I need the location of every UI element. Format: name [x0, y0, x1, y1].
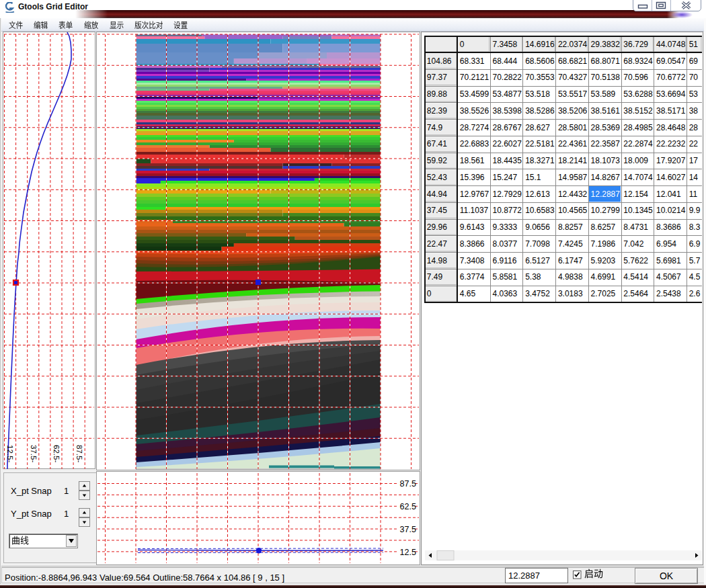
svg-text:38.5398: 38.5398	[492, 106, 522, 115]
svg-text:28.627: 28.627	[525, 122, 550, 132]
svg-text:53.589: 53.589	[590, 89, 615, 99]
svg-text:68.331: 68.331	[459, 56, 484, 65]
svg-text:52.43: 52.43	[426, 172, 446, 181]
svg-text:6.1747: 6.1747	[557, 255, 582, 265]
svg-text:18.1073: 18.1073	[590, 156, 620, 165]
svg-text:9.0656: 9.0656	[525, 222, 550, 232]
svg-text:14.7074: 14.7074	[623, 172, 653, 181]
svg-text:70.3553: 70.3553	[525, 73, 555, 82]
svg-text:7.4245: 7.4245	[557, 239, 582, 248]
svg-text:14.98: 14.98	[426, 255, 446, 265]
svg-text:29.3832: 29.3832	[590, 39, 620, 48]
svg-text:38.5161: 38.5161	[590, 106, 620, 115]
svg-text:28.7274: 28.7274	[459, 122, 489, 132]
svg-text:3.4752: 3.4752	[525, 289, 550, 298]
svg-text:4.5067: 4.5067	[656, 272, 681, 282]
svg-text:37.45: 37.45	[426, 206, 446, 215]
svg-text:10.0214: 10.0214	[656, 206, 686, 215]
svg-text:38: 38	[689, 106, 698, 115]
svg-text:12.154: 12.154	[623, 189, 648, 198]
svg-text:8.0377: 8.0377	[492, 239, 517, 248]
svg-text:18.2141: 18.2141	[557, 156, 587, 165]
svg-text:9.6143: 9.6143	[459, 222, 484, 232]
svg-text:38.5526: 38.5526	[459, 106, 489, 115]
svg-text:12.4432: 12.4432	[557, 189, 587, 198]
svg-text:7.3408: 7.3408	[459, 255, 484, 265]
svg-text:6.9116: 6.9116	[492, 255, 516, 265]
svg-text:70.2822: 70.2822	[492, 73, 522, 82]
svg-text:70.596: 70.596	[623, 73, 648, 82]
svg-text:0: 0	[459, 39, 464, 48]
svg-text:14.8267: 14.8267	[590, 172, 620, 181]
svg-text:8.3686: 8.3686	[656, 222, 681, 232]
svg-text:12.7929: 12.7929	[492, 189, 522, 198]
svg-text:8.6257: 8.6257	[590, 222, 615, 232]
svg-text:14.9587: 14.9587	[557, 172, 587, 181]
svg-text:82.39: 82.39	[426, 106, 446, 115]
svg-text:53.6288: 53.6288	[623, 89, 653, 99]
svg-text:28.4985: 28.4985	[623, 122, 653, 132]
svg-text:70.5138: 70.5138	[590, 73, 620, 82]
svg-text:0: 0	[426, 289, 431, 298]
svg-text:74.9: 74.9	[426, 122, 442, 132]
svg-text:5.8581: 5.8581	[492, 272, 517, 282]
svg-text:12.9767: 12.9767	[459, 189, 489, 198]
svg-text:28.6767: 28.6767	[492, 122, 522, 132]
svg-text:4.5414: 4.5414	[623, 272, 648, 282]
svg-text:10.1345: 10.1345	[623, 206, 653, 215]
svg-text:53.518: 53.518	[525, 89, 550, 99]
svg-text:53.4877: 53.4877	[492, 89, 522, 99]
svg-text:10.4565: 10.4565	[557, 206, 587, 215]
svg-text:22.2232: 22.2232	[656, 139, 686, 149]
svg-text:7.49: 7.49	[426, 272, 442, 282]
svg-text:68.5606: 68.5606	[525, 56, 555, 65]
svg-text:4.6991: 4.6991	[590, 272, 615, 282]
svg-text:7.042: 7.042	[623, 239, 643, 248]
svg-text:17.9207: 17.9207	[656, 156, 686, 165]
svg-text:8.8257: 8.8257	[557, 222, 582, 232]
svg-text:2.5464: 2.5464	[623, 289, 648, 298]
svg-text:12.2887: 12.2887	[590, 189, 620, 198]
svg-text:89.88: 89.88	[426, 89, 446, 99]
svg-text:4.5: 4.5	[689, 272, 700, 282]
svg-text:15.1: 15.1	[525, 172, 541, 181]
svg-text:11: 11	[689, 189, 697, 198]
svg-text:6.5127: 6.5127	[525, 255, 550, 265]
svg-text:22.5181: 22.5181	[525, 139, 555, 149]
svg-text:18.561: 18.561	[459, 156, 484, 165]
svg-text:14.6916: 14.6916	[525, 39, 555, 48]
svg-text:22.2874: 22.2874	[623, 139, 653, 149]
svg-text:53: 53	[689, 89, 698, 99]
svg-text:22.4361: 22.4361	[557, 139, 587, 149]
svg-text:7.3458: 7.3458	[492, 39, 517, 48]
svg-text:104.86: 104.86	[426, 56, 451, 65]
svg-text:2.6: 2.6	[689, 289, 700, 298]
svg-text:28.5369: 28.5369	[590, 122, 620, 132]
svg-text:69.0547: 69.0547	[656, 56, 686, 65]
svg-text:68.9324: 68.9324	[623, 56, 653, 65]
svg-text:12.041: 12.041	[656, 189, 681, 198]
svg-text:22.6027: 22.6027	[492, 139, 522, 149]
svg-text:29.96: 29.96	[426, 222, 446, 232]
svg-text:53.6694: 53.6694	[656, 89, 686, 99]
svg-text:22: 22	[689, 139, 698, 149]
svg-text:97.37: 97.37	[426, 73, 446, 82]
svg-text:4.65: 4.65	[459, 289, 475, 298]
svg-text:69: 69	[689, 56, 698, 65]
svg-text:70.6772: 70.6772	[656, 73, 686, 82]
svg-text:22.3587: 22.3587	[590, 139, 620, 149]
svg-text:70.2121: 70.2121	[459, 73, 489, 82]
svg-text:12.5: 12.5	[400, 548, 416, 557]
svg-text:2.5438: 2.5438	[656, 289, 681, 298]
svg-text:15.247: 15.247	[492, 172, 517, 181]
svg-text:53.4599: 53.4599	[459, 89, 489, 99]
svg-text:87.5: 87.5	[400, 479, 416, 489]
svg-text:59.92: 59.92	[426, 156, 446, 165]
svg-text:28.5801: 28.5801	[557, 122, 587, 132]
svg-text:70.4327: 70.4327	[557, 73, 587, 82]
svg-text:44.94: 44.94	[426, 189, 446, 198]
svg-text:10.6583: 10.6583	[525, 206, 555, 215]
svg-text:22.47: 22.47	[426, 239, 446, 248]
svg-text:7.1986: 7.1986	[590, 239, 615, 248]
svg-text:51: 51	[689, 39, 698, 48]
